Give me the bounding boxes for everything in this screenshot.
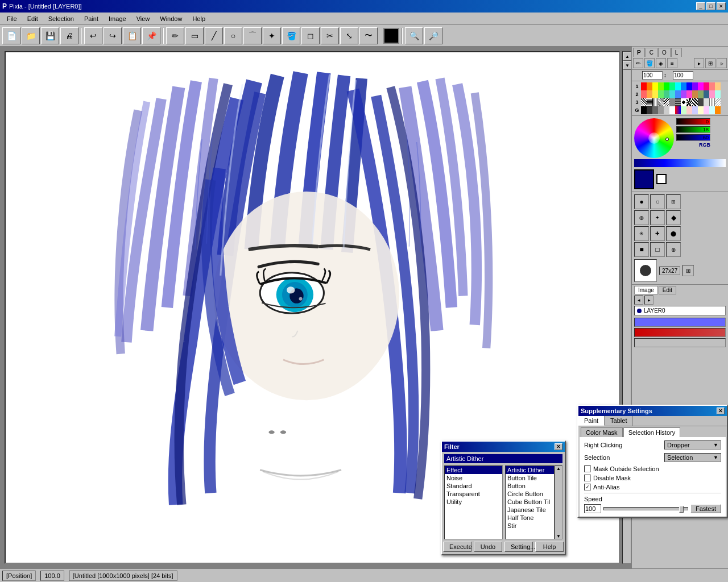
zoom-in-button[interactable]: 🔍 xyxy=(405,27,423,44)
filter-effects-list[interactable]: Artistic Dither Button Tile Button Circl… xyxy=(505,465,555,539)
layer-left-btn[interactable]: ◂ xyxy=(634,296,643,305)
mask-outside-checkbox[interactable] xyxy=(584,465,591,472)
color-cell[interactable] xyxy=(647,106,652,114)
line-button[interactable]: ╱ xyxy=(205,27,223,44)
redo-button[interactable]: ↪ xyxy=(104,27,122,44)
color-cell[interactable] xyxy=(658,106,664,114)
new-button[interactable]: 📄 xyxy=(2,27,20,44)
color-cell[interactable] xyxy=(675,82,681,90)
height-input[interactable] xyxy=(673,71,693,80)
color-gradient[interactable] xyxy=(634,159,726,167)
scroll-down[interactable]: ▼ xyxy=(555,534,562,539)
color-cell[interactable] xyxy=(641,106,647,114)
filter-effect-japanese-tile[interactable]: Japanese Tile xyxy=(506,506,554,514)
color-cell[interactable] xyxy=(681,106,686,114)
arrow-icon[interactable]: ▸ xyxy=(694,58,704,68)
supp-tab-paint[interactable]: Paint xyxy=(578,416,605,426)
layer-tab-image[interactable]: Image xyxy=(634,286,658,294)
lasso-button[interactable]: ⌒ xyxy=(243,27,262,44)
menu-paint[interactable]: Paint xyxy=(80,14,103,23)
anti-alias-checkbox[interactable]: ✓ xyxy=(584,484,591,490)
supp-tab-tablet[interactable]: Tablet xyxy=(605,416,633,426)
brush-button[interactable]: ✏ xyxy=(166,27,184,44)
copy-button[interactable]: 📋 xyxy=(123,27,141,44)
color-cell[interactable] xyxy=(664,82,669,90)
filter-effect-circle-button[interactable]: Circle Button xyxy=(506,490,554,498)
filter-effect-button[interactable]: Button xyxy=(506,482,554,490)
menu-file[interactable]: File xyxy=(2,14,22,23)
filter-effects-scrollbar[interactable]: ▲ ▼ xyxy=(555,465,562,539)
color-cell[interactable] xyxy=(652,82,658,90)
supp-close-button[interactable]: ✕ xyxy=(717,408,725,414)
paint-color-icon[interactable]: ◈ xyxy=(656,58,666,68)
selection-select[interactable]: Selection ▼ xyxy=(664,453,721,462)
filter-category-standard[interactable]: Standard xyxy=(445,482,502,490)
help-button[interactable]: Help xyxy=(535,542,564,552)
scroll-down-arrow[interactable]: ▼ xyxy=(623,61,631,70)
menu-image[interactable]: Image xyxy=(104,14,131,23)
color-cell[interactable] xyxy=(698,82,704,90)
undo-button[interactable]: Undo xyxy=(474,542,502,552)
color-cell[interactable] xyxy=(647,98,652,106)
rect-button[interactable]: ▭ xyxy=(185,27,204,44)
color-cell[interactable] xyxy=(715,82,721,90)
brush-expand[interactable]: ⊕ xyxy=(666,242,681,257)
smear-button[interactable]: 〜 xyxy=(359,27,378,44)
disable-mask-checkbox[interactable] xyxy=(584,475,591,481)
filter-effect-stir[interactable]: Stir xyxy=(506,522,554,530)
brush-soft[interactable]: ◍ xyxy=(634,210,649,225)
paste-button[interactable]: 📌 xyxy=(142,27,160,44)
right-clicking-select[interactable]: Dropper ▼ xyxy=(664,440,721,450)
filter-category-effect[interactable]: Effect xyxy=(445,466,502,474)
color-cell[interactable] xyxy=(686,90,692,98)
fastest-button[interactable]: Fastest xyxy=(690,504,721,513)
minimize-button[interactable]: _ xyxy=(696,2,705,10)
filter-effect-button-tile[interactable]: Button Tile xyxy=(506,474,554,482)
color-cell[interactable] xyxy=(704,82,709,90)
color-cell[interactable] xyxy=(647,90,652,98)
color-cell[interactable] xyxy=(675,90,681,98)
color-cell[interactable] xyxy=(652,98,658,106)
color-cell[interactable] xyxy=(658,98,664,106)
tab-l[interactable]: L xyxy=(671,48,682,57)
maximize-button[interactable]: □ xyxy=(706,2,715,10)
color-cell[interactable] xyxy=(686,106,692,114)
print-button[interactable]: 🖨 xyxy=(60,27,78,44)
color-cell[interactable] xyxy=(715,98,721,106)
brush-grid-btn[interactable]: ⊞ xyxy=(682,265,694,276)
color-cell[interactable] xyxy=(686,98,692,106)
brush-circle-small[interactable]: ⬤ xyxy=(666,226,681,241)
menu-window[interactable]: Window xyxy=(155,14,187,23)
paint-more-icon[interactable]: ≡ xyxy=(667,58,677,68)
undo-button[interactable]: ↩ xyxy=(84,27,102,44)
color-cell[interactable] xyxy=(692,98,698,106)
menu-edit[interactable]: Edit xyxy=(23,14,43,23)
zoom-out-button[interactable]: 🔎 xyxy=(424,27,442,44)
tab-o[interactable]: O xyxy=(658,48,671,57)
layer-color-bar-1[interactable] xyxy=(634,318,726,327)
brush-square[interactable]: ■ xyxy=(634,242,649,257)
color-cell[interactable] xyxy=(658,82,664,90)
width-input[interactable] xyxy=(642,71,663,80)
expand-icon[interactable]: ▹ xyxy=(717,58,727,68)
color-cell[interactable] xyxy=(709,90,715,98)
color-cell[interactable] xyxy=(675,106,681,114)
supp-subtab-selection-history[interactable]: Selection History xyxy=(623,427,681,437)
color-cell[interactable] xyxy=(658,90,664,98)
layer-color-bar-2[interactable] xyxy=(634,328,726,337)
speed-value-input[interactable] xyxy=(584,504,601,513)
color-cell[interactable] xyxy=(664,106,669,114)
color-cell[interactable] xyxy=(704,98,709,106)
color-cell[interactable] xyxy=(692,82,698,90)
color-cell[interactable] xyxy=(681,82,686,90)
color-cell[interactable] xyxy=(704,90,709,98)
current-color-swatch[interactable] xyxy=(634,169,654,189)
color-cell[interactable] xyxy=(698,106,704,114)
paint-fill-icon[interactable]: 🪣 xyxy=(644,58,655,68)
setting-button[interactable]: Setting... xyxy=(504,542,533,552)
tab-p[interactable]: P xyxy=(633,48,645,57)
scroll-up[interactable]: ▲ xyxy=(555,466,562,471)
color-cell[interactable] xyxy=(681,98,686,106)
filter-category-utility[interactable]: Utility xyxy=(445,498,502,506)
brush-cross[interactable]: ✚ xyxy=(650,226,665,241)
